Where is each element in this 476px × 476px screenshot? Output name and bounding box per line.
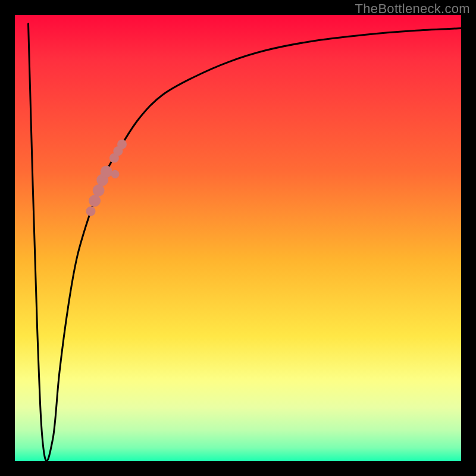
highlight-dot (93, 184, 105, 196)
highlight-dots (86, 140, 127, 217)
highlight-dot (86, 206, 96, 216)
highlight-dot (101, 165, 112, 177)
highlight-dot (117, 140, 127, 149)
curve-layer (15, 15, 461, 461)
chart-frame: TheBottleneck.com (0, 0, 476, 476)
highlight-dot (89, 195, 101, 207)
plot-area (15, 15, 461, 461)
watermark-text: TheBottleneck.com (355, 1, 470, 17)
bottleneck-curve-path (29, 24, 462, 461)
highlight-dot (111, 170, 120, 178)
